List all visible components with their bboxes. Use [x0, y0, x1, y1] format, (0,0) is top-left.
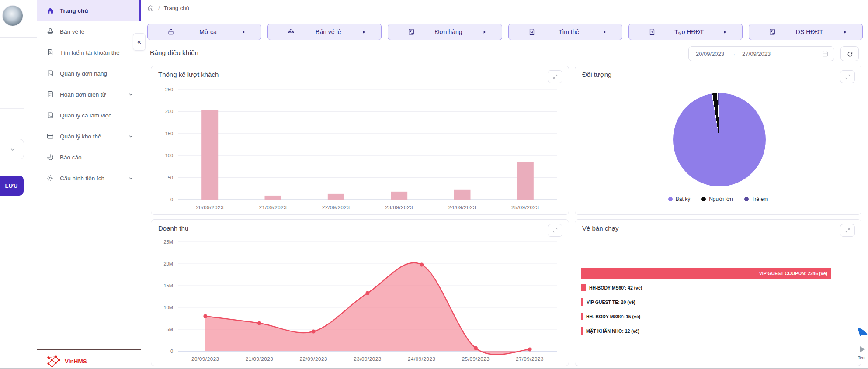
- sidebar-item-label: Bán vé lẻ: [60, 28, 84, 35]
- card-title: Vé bán chạy: [582, 224, 618, 232]
- svg-text:20/09/2023: 20/09/2023: [196, 205, 224, 210]
- ticket-bar: [581, 327, 583, 335]
- sidebar-item-label: Quản lý ca làm việc: [60, 112, 111, 119]
- calendar-icon[interactable]: [822, 50, 829, 57]
- expand-button[interactable]: [548, 70, 562, 83]
- audience-pie-chart: [673, 93, 766, 186]
- svg-text:24/09/2023: 24/09/2023: [408, 356, 436, 362]
- play-icon: [241, 30, 246, 34]
- ticket-bar-row: VIP GUEST TE: 20 (vé): [581, 295, 857, 309]
- save-button[interactable]: LƯU: [0, 176, 24, 196]
- ticket-stamp-icon: [287, 28, 295, 36]
- ticket-bar-row: MẶT KHĂN NHO: 12 (vé): [581, 324, 857, 338]
- svg-text:0: 0: [170, 197, 173, 202]
- date-start[interactable]: 20/09/2023: [696, 51, 724, 57]
- legend-item[interactable]: Người lớn: [701, 196, 733, 202]
- date-range-picker[interactable]: 20/09/2023 → 27/09/2023: [688, 46, 834, 61]
- sidebar-item-bao-cao[interactable]: Báo cáo: [37, 147, 141, 168]
- sidebar-item-quan-ly-kho-the[interactable]: Quản lý kho thẻ: [37, 126, 141, 147]
- play-icon: [843, 30, 847, 34]
- sidebar-item-ban-ve-le[interactable]: Bán vé lẻ: [37, 21, 141, 42]
- chevron-down-icon: [128, 133, 134, 139]
- browser-overlay-artifact: Ten: [857, 327, 868, 366]
- svg-text:20/09/2023: 20/09/2023: [191, 356, 219, 362]
- card-revenue: Doanh thu 05M10M15M20M25M20/09/202321/09…: [151, 219, 569, 366]
- play-icon: [482, 30, 487, 34]
- ticket-bars: VIP GUEST COUPON: 2246 (vé)HH-BODY MS60'…: [581, 266, 857, 338]
- play-icon: [602, 30, 607, 34]
- ticket-bar-row: HH- BODY MS90': 15 (vé): [581, 309, 857, 324]
- refresh-icon: [846, 50, 854, 58]
- vinhms-logo-icon: [45, 355, 62, 368]
- ticket-stamp-icon: [46, 28, 54, 35]
- avatar[interactable]: [3, 6, 23, 26]
- expand-button[interactable]: [548, 224, 562, 237]
- action-button-tao-hddt[interactable]: Tạo HĐĐT: [628, 24, 743, 40]
- breadcrumb-separator: /: [158, 5, 160, 11]
- clipboard-check-icon: [46, 69, 54, 77]
- date-range-arrow: →: [730, 51, 736, 57]
- card-title: Đối tượng: [582, 71, 611, 78]
- pie-legend: Bất kỳNgười lớnTrẻ em: [575, 196, 861, 202]
- ticket-bar-label: VIP GUEST TE: 20 (vé): [587, 300, 635, 305]
- pie-chart-icon: [46, 153, 54, 161]
- clipboard-check-icon: [407, 28, 415, 36]
- svg-text:200: 200: [165, 109, 173, 114]
- sidebar: Trang chủ Bán vé lẻ Tìm kiếm tài khoản t…: [37, 0, 141, 369]
- home-icon[interactable]: [147, 4, 154, 11]
- legend-item[interactable]: Bất kỳ: [668, 196, 690, 202]
- ticket-bar-label: VIP GUEST COUPON: 2246 (vé): [581, 268, 831, 279]
- svg-text:21/09/2023: 21/09/2023: [259, 205, 287, 210]
- ticket-bar-row: HH-BODY MS60': 42 (vé): [581, 280, 857, 295]
- card-top-tickets: Vé bán chạy VIP GUEST COUPON: 2246 (vé)H…: [575, 219, 861, 366]
- visitors-bar-chart: 05010015020025020/09/202321/09/202322/09…: [151, 83, 569, 214]
- play-icon: [859, 346, 865, 353]
- svg-text:100: 100: [165, 153, 173, 158]
- sidebar-item-tim-kiem-tai-khoan-the[interactable]: Tìm kiếm tài khoản thẻ: [37, 42, 141, 63]
- date-end[interactable]: 27/09/2023: [742, 51, 771, 57]
- sidebar-item-hoan-don-dien-tu[interactable]: Hoán đơn điện tử: [37, 84, 141, 105]
- action-button-ds-hddt[interactable]: DS HĐĐT: [749, 24, 863, 40]
- expand-button[interactable]: [840, 70, 855, 83]
- ticket-bar: [581, 313, 583, 320]
- gear-icon: [46, 174, 54, 182]
- sidebar-item-quan-ly-ca-lam-viec[interactable]: Quản lý ca làm việc: [37, 105, 141, 126]
- ticket-bar: VIP GUEST COUPON: 2246 (vé): [581, 268, 831, 279]
- home-icon: [46, 7, 54, 14]
- sidebar-item-quan-ly-don-hang[interactable]: Quản lý đơn hàng: [37, 63, 141, 84]
- collapsed-dropdown[interactable]: [0, 139, 24, 159]
- play-icon: [361, 30, 366, 34]
- lock-open-icon: [167, 28, 175, 36]
- sidebar-item-trang-chu[interactable]: Trang chủ: [37, 0, 141, 21]
- expand-icon: [552, 228, 558, 233]
- legend-item[interactable]: Trẻ em: [744, 196, 768, 202]
- svg-text:5M: 5M: [167, 327, 173, 332]
- credit-card-icon: [46, 132, 54, 140]
- ticket-bar-label: HH-BODY MS60': 42 (vé): [589, 285, 642, 290]
- revenue-area-chart: 05M10M15M20M25M20/09/202321/09/202322/09…: [151, 235, 569, 366]
- expand-icon: [845, 228, 851, 233]
- card-title: Thống kê lượt khách: [158, 71, 219, 78]
- action-button-mo-ca[interactable]: Mở ca: [147, 24, 261, 40]
- expand-icon: [845, 74, 851, 79]
- ticket-bar-row: VIP GUEST COUPON: 2246 (vé): [581, 266, 857, 280]
- breadcrumb: / Trang chủ: [147, 4, 189, 11]
- action-button-tim-the[interactable]: Tìm thẻ: [508, 24, 622, 40]
- sidebar-item-label: Quản lý kho thẻ: [60, 133, 101, 140]
- sidebar-item-cau-hinh-tien-ich[interactable]: Cấu hình tiện ích: [37, 168, 141, 189]
- refresh-button[interactable]: [840, 46, 859, 61]
- main-content: / Trang chủ Mở ca Bán vé lẻ Đơn hàng Tì: [141, 0, 868, 369]
- breadcrumb-current[interactable]: Trang chủ: [164, 5, 189, 11]
- svg-text:27/09/2023: 27/09/2023: [516, 356, 544, 362]
- document-search-icon: [528, 28, 536, 36]
- expand-button[interactable]: [840, 224, 855, 237]
- sidebar-collapse-button[interactable]: «: [133, 33, 146, 51]
- sidebar-item-label: Quản lý đơn hàng: [60, 70, 107, 77]
- ticket-bar: [581, 284, 586, 291]
- legend-label: Người lớn: [709, 196, 733, 202]
- action-button-don-hang[interactable]: Đơn hàng: [388, 24, 502, 40]
- document-search-icon: [46, 48, 54, 56]
- action-button-ban-ve-le[interactable]: Bán vé lẻ: [267, 24, 382, 40]
- svg-text:22/09/2023: 22/09/2023: [322, 205, 350, 210]
- svg-text:25/09/2023: 25/09/2023: [511, 205, 539, 210]
